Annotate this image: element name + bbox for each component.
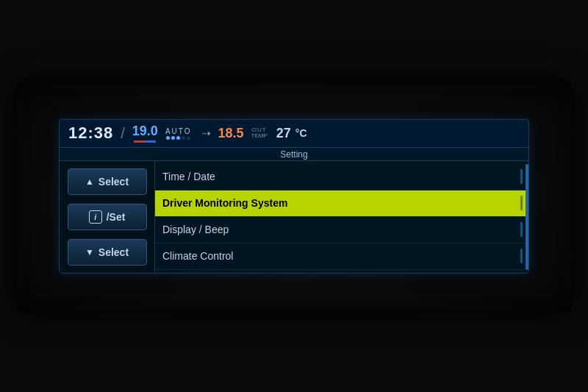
temp-right: 18.5 bbox=[218, 126, 244, 141]
fan-dot-3 bbox=[176, 136, 180, 140]
out-temp-value: 27 bbox=[276, 126, 291, 141]
info-set-label: /Set bbox=[107, 211, 126, 223]
up-select-button[interactable]: ▲ Select bbox=[68, 168, 147, 195]
fan-dot-1 bbox=[166, 136, 170, 140]
screen: 12:38 / 19.0 AUTO ⇢ 18.5 OUT TEMP bbox=[59, 119, 529, 274]
status-bar: 12:38 / 19.0 AUTO ⇢ 18.5 OUT TEMP bbox=[60, 120, 528, 148]
temp-label: TEMP bbox=[251, 133, 268, 139]
up-arrow-icon: ▲ bbox=[85, 177, 94, 187]
down-arrow-icon: ▼ bbox=[85, 247, 94, 257]
fan-area: AUTO bbox=[165, 127, 192, 140]
info-set-button[interactable]: i /Set bbox=[68, 204, 147, 230]
setting-title-bar: Setting bbox=[60, 148, 528, 161]
up-select-label: Select bbox=[98, 176, 129, 188]
setting-title: Setting bbox=[280, 149, 307, 160]
temp-left: 19.0 bbox=[132, 124, 158, 139]
menu-item-3[interactable]: Climate Control bbox=[155, 243, 528, 270]
out-temp-area: OUT TEMP bbox=[251, 127, 268, 139]
down-select-button[interactable]: ▼ Select bbox=[68, 239, 147, 266]
wind-icon: ⇢ bbox=[202, 127, 211, 139]
menu-item-1[interactable]: Driver Monitoring System bbox=[155, 190, 528, 217]
fan-dot-2 bbox=[171, 136, 175, 140]
outer-frame: 12:38 / 19.0 AUTO ⇢ 18.5 OUT TEMP bbox=[15, 79, 573, 314]
divider: / bbox=[121, 125, 125, 142]
celsius: °C bbox=[295, 127, 307, 139]
menu-list: Time / DateDriver Monitoring SystemDispl… bbox=[155, 161, 528, 273]
button-panel: ▲ Select i /Set ▼ Select bbox=[60, 161, 155, 273]
fan-dots bbox=[166, 136, 190, 140]
fan-dot-5 bbox=[187, 136, 190, 140]
info-icon: i bbox=[89, 210, 102, 224]
temp-gradient-bar bbox=[134, 140, 156, 143]
menu-item-2[interactable]: Display / Beep bbox=[155, 217, 528, 243]
menu-item-0[interactable]: Time / Date bbox=[155, 164, 528, 190]
main-content: ▲ Select i /Set ▼ Select Time / DateDriv… bbox=[60, 161, 528, 273]
time-display: 12:38 bbox=[68, 124, 113, 143]
fan-dot-4 bbox=[182, 136, 185, 140]
down-select-label: Select bbox=[98, 246, 129, 258]
auto-label: AUTO bbox=[165, 127, 192, 135]
